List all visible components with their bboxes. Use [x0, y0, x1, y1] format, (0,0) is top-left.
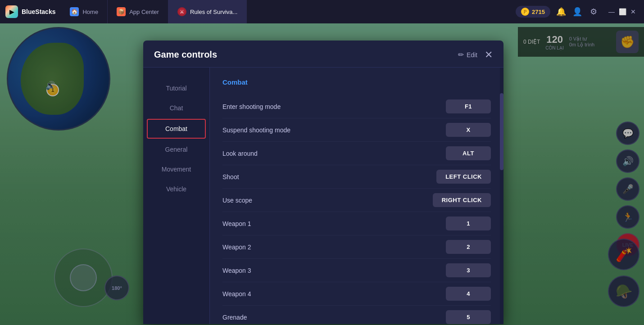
modal-header-actions: ✏ Edit ✕ [458, 50, 493, 60]
settings-btn[interactable]: ⚙ [588, 6, 599, 17]
keybind-key-enter-shooting[interactable]: F1 [446, 99, 491, 113]
keybind-label-shoot: Shoot [222, 173, 239, 181]
tab-game[interactable]: ⚔ Rules of Surviva... [168, 0, 247, 23]
sidebar-item-combat[interactable]: Combat [147, 119, 206, 139]
game-icon: ⚔ [177, 7, 186, 16]
minimize-btn[interactable]: — [608, 8, 615, 15]
keybind-key-weapon4[interactable]: 4 [446, 287, 491, 301]
keybind-row-look-around: Look around ALT [222, 142, 491, 165]
keybind-label-weapon1: Weapon 1 [222, 220, 251, 227]
restore-btn[interactable]: ⬜ [619, 8, 626, 15]
home-icon: 🏠 [70, 7, 79, 16]
keybind-label-suspend-shooting: Suspend shooting mode [222, 126, 290, 134]
edit-label: Edit [467, 51, 477, 59]
sidebar-item-vehicle[interactable]: Vehicle [147, 180, 206, 198]
keybind-row-suspend-shooting: Suspend shooting mode X [222, 118, 491, 142]
tab-home[interactable]: 🏠 Home [61, 0, 108, 23]
edit-button[interactable]: ✏ Edit [458, 50, 477, 59]
sidebar-item-tutorial[interactable]: Tutorial [147, 79, 206, 97]
keybind-key-look-around[interactable]: ALT [446, 146, 491, 160]
sidebar-item-movement[interactable]: Movement [147, 160, 206, 178]
tab-appcenter-label: App Center [129, 9, 159, 15]
keybind-key-weapon3[interactable]: 3 [446, 263, 491, 277]
keybind-label-weapon4: Weapon 4 [222, 290, 251, 298]
modal-header: Game controls ✏ Edit ✕ [143, 41, 503, 68]
keybind-key-use-scope[interactable]: RIGHT CLICK [433, 193, 491, 207]
keybind-row-weapon3: Weapon 3 3 [222, 259, 491, 282]
keybind-row-use-scope: Use scope RIGHT CLICK [222, 189, 491, 212]
keybind-row-shoot: Shoot LEFT CLICK [222, 165, 491, 189]
modal-body: Tutorial Chat Combat General Movement Ve… [143, 68, 503, 324]
keybind-key-shoot[interactable]: LEFT CLICK [436, 170, 491, 184]
app-logo-area: ▶ BlueStacks [0, 5, 61, 18]
keybind-row-weapon1: Weapon 1 1 [222, 212, 491, 235]
scrollbar-thumb[interactable] [500, 93, 503, 170]
keybind-key-weapon1[interactable]: 1 [446, 217, 491, 230]
keybind-label-use-scope: Use scope [222, 197, 252, 204]
titlebar-right: P 2715 🔔 👤 ⚙ — ⬜ ✕ [508, 6, 644, 18]
keybind-label-grenade: Grenade [222, 314, 247, 321]
window-controls: — ⬜ ✕ [604, 8, 637, 15]
scrollbar-track [500, 68, 503, 324]
keybind-row-weapon2: Weapon 2 2 [222, 235, 491, 259]
section-title: Combat [222, 78, 491, 86]
tab-bar: 🏠 Home 📦 App Center ⚔ Rules of Surviva..… [61, 0, 508, 23]
bluestacks-logo: ▶ [5, 5, 18, 18]
close-btn[interactable]: ✕ [630, 8, 637, 15]
tab-home-label: Home [82, 9, 98, 15]
keybind-key-weapon2[interactable]: 2 [446, 240, 491, 254]
game-controls-modal: Game controls ✏ Edit ✕ Tutorial Chat Com… [143, 41, 503, 324]
sidebar-item-general[interactable]: General [147, 140, 206, 158]
keybind-label-weapon3: Weapon 3 [222, 267, 251, 274]
account-btn[interactable]: 👤 [572, 6, 583, 17]
edit-icon: ✏ [458, 50, 464, 59]
coin-icon: P [521, 8, 529, 16]
tab-game-label: Rules of Surviva... [190, 9, 238, 15]
keybind-key-grenade[interactable]: 5 [446, 310, 491, 324]
keybind-label-weapon2: Weapon 2 [222, 244, 251, 251]
coin-count: 2715 [532, 9, 545, 15]
sidebar-item-chat[interactable]: Chat [147, 99, 206, 117]
app-name: BlueStacks [22, 8, 55, 15]
content-area: Combat Enter shooting mode F1 Suspend sh… [210, 68, 503, 324]
modal-title: Game controls [154, 50, 217, 60]
keybind-label-enter-shooting: Enter shooting mode [222, 103, 281, 110]
modal-close-button[interactable]: ✕ [485, 50, 493, 60]
coin-badge: P 2715 [516, 6, 550, 18]
appcenter-icon: 📦 [117, 7, 126, 16]
keybind-row-enter-shooting: Enter shooting mode F1 [222, 95, 491, 118]
tab-appcenter[interactable]: 📦 App Center [108, 0, 168, 23]
nav-sidebar: Tutorial Chat Combat General Movement Ve… [143, 68, 210, 324]
titlebar: ▶ BlueStacks 🏠 Home 📦 App Center ⚔ Rules… [0, 0, 644, 23]
keybind-row-grenade: Grenade 5 [222, 306, 491, 324]
keybind-row-weapon4: Weapon 4 4 [222, 282, 491, 306]
keybind-key-suspend-shooting[interactable]: X [446, 123, 491, 137]
notification-btn[interactable]: 🔔 [556, 6, 567, 17]
keybind-label-look-around: Look around [222, 150, 258, 157]
